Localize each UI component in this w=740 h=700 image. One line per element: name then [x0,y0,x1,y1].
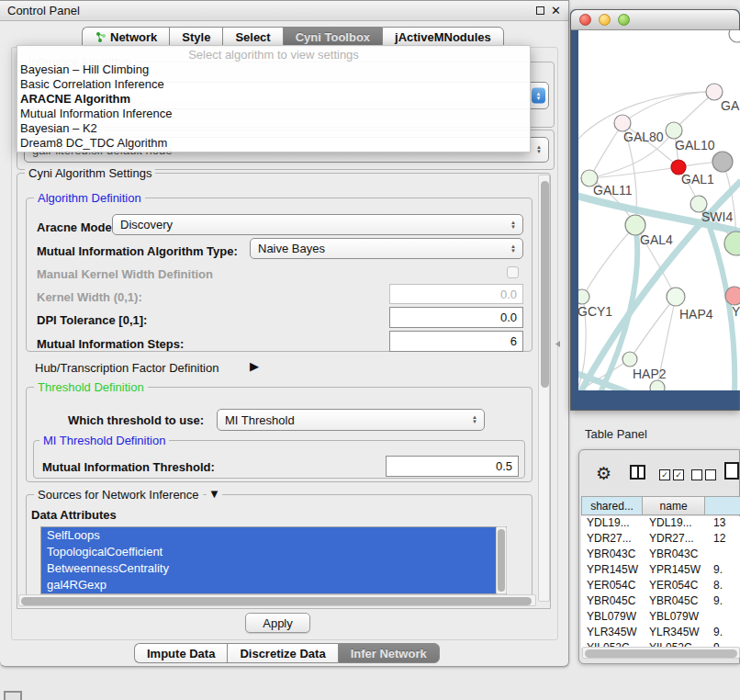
node-label: GAL80 [623,130,664,144]
apply-button[interactable]: Apply [245,613,310,633]
close-traffic-light-icon[interactable] [579,14,591,26]
document-icon[interactable] [724,462,739,480]
mi-steps-field[interactable]: 6 [389,331,523,352]
mi-algorithm-type-combo[interactable]: Naive Bayes ▲▼ [250,238,523,259]
network-node[interactable] [667,288,685,306]
table-horizontal-scrollbar[interactable] [582,647,740,659]
network-node[interactable] [712,152,733,172]
settings-vertical-scrollbar[interactable] [538,175,550,602]
control-panel-window: Control Panel ✕ Network Style [0,0,569,667]
node-label: SWI4 [701,209,733,224]
popup-item[interactable]: Basic Correlation Inference [17,77,530,92]
tab-infer-network[interactable]: Infer Network [338,643,440,663]
table-body: YDL19... YDL19... 13 YDR27... YDR27... 1… [581,516,740,648]
minimized-panel-icon[interactable] [4,691,22,700]
list-scrollbar[interactable] [496,526,507,594]
table-row[interactable]: YDR27... YDR27... 12 [581,532,740,548]
split-columns-icon[interactable] [630,465,645,480]
zoom-traffic-light-icon[interactable] [618,14,630,26]
unchecked-columns-icon[interactable] [691,469,716,480]
expand-arrow-icon[interactable]: ▶ [250,359,259,373]
tab-select[interactable]: Select [222,27,282,47]
network-node[interactable] [622,352,637,367]
table-row[interactable]: YLR345W YLR345W 9. [581,626,740,641]
close-icon[interactable]: ✕ [551,5,561,17]
aracne-mode-combo[interactable]: Discovery ▲▼ [112,214,523,235]
popup-item[interactable]: Bayesian – Hill Climbing [17,62,530,77]
network-view-window: GAL GAL80 GAL10 GAL1 GAL11 SWI4 GAL4 GCY… [570,9,740,411]
node-label: GAL10 [675,138,715,152]
mi-threshold-field[interactable]: 0.5 [386,456,519,477]
tab-network[interactable]: Network [82,27,169,47]
list-item[interactable]: BetweennessCentrality [41,560,506,577]
tab-style[interactable]: Style [169,27,222,47]
list-item[interactable]: SelfLoops [41,527,506,544]
tab-impute-data[interactable]: Impute Data [134,643,227,663]
node-label: GAL [721,98,740,113]
tab-jactivemnodules-label: jActiveMNodules [395,30,491,44]
manual-kernel-width-checkbox[interactable] [507,266,519,278]
network-node[interactable] [729,30,740,42]
algorithm-definition-legend: Algorithm Definition [34,191,145,205]
popup-item[interactable]: Bayesian – K2 [17,121,530,136]
checked-columns-icon[interactable]: ✓✓ [659,469,684,480]
table-row[interactable]: YBR043C YBR043C [581,548,740,563]
network-canvas[interactable]: GAL GAL80 GAL10 GAL1 GAL11 SWI4 GAL4 GCY… [578,30,740,390]
table-row[interactable]: YDL19... YDL19... 13 [581,516,740,532]
which-threshold-value: MI Threshold [225,413,295,427]
tab-select-label: Select [235,30,270,44]
dpi-tolerance-value: 0.0 [500,310,517,324]
which-threshold-combo[interactable]: MI Threshold ▲▼ [217,409,485,431]
data-attributes-list: SelfLoops TopologicalCoefficient Between… [40,526,507,594]
collapse-arrow-icon[interactable]: ▼ [207,487,222,501]
node-label: GCY1 [578,304,612,319]
which-threshold-label: Which threshold to use: [68,413,204,427]
node-label: GAL11 [593,183,633,198]
tab-jactivemnodules[interactable]: jActiveMNodules [382,27,504,47]
combo-stepper-icon: ▲▼ [536,145,542,154]
mi-threshold-value: 0.5 [496,459,512,473]
control-panel-titlebar[interactable]: Control Panel ✕ [0,1,568,21]
dpi-tolerance-field[interactable]: 0.0 [389,307,523,328]
kernel-width-field[interactable]: 0.0 [389,284,523,304]
table-panel-title: Table Panel [585,427,647,441]
mi-algorithm-type-value: Naive Bayes [258,242,325,255]
table-row[interactable]: YBR045C YBR045C 9. [581,594,740,610]
tab-discretize-data[interactable]: Discretize Data [227,643,337,663]
aracne-mode-label: Aracne Mode: [37,220,116,234]
tab-impute-data-label: Impute Data [147,647,215,660]
control-panel-title: Control Panel [7,4,80,17]
network-graph: GAL GAL80 GAL10 GAL1 GAL11 SWI4 GAL4 GCY… [578,30,740,390]
network-node[interactable] [650,380,665,390]
list-item[interactable]: TopologicalCoefficient [41,544,506,560]
network-node[interactable] [724,231,740,255]
manual-kernel-width-label: Manual Kernel Width Definition [37,267,213,281]
settings-horizontal-scrollbar[interactable] [18,594,536,606]
cyni-settings-legend: Cyni Algorithm Settings [25,166,155,180]
network-node[interactable] [725,287,740,305]
network-node[interactable] [666,122,682,139]
column-header-partial[interactable] [705,497,740,514]
popup-item-selected[interactable]: ARACNE Algorithm [17,92,530,107]
column-header-name[interactable]: name [643,497,705,514]
tab-cyni-toolbox[interactable]: Cyni Toolbox [283,27,382,47]
algorithm-dropdown-popup: Select algorithm to view settings Bayesi… [17,45,531,152]
table-row[interactable]: YPR145W YPR145W 9. [581,563,740,579]
gear-icon[interactable]: ⚙ [596,463,611,484]
list-item[interactable]: gal4RGexp [41,577,506,593]
popup-item[interactable]: Dream8 DC_TDC Algorithm [17,136,530,151]
network-icon [95,31,107,43]
threshold-definition-legend: Threshold Definition [34,380,148,394]
network-window-titlebar[interactable] [571,10,739,30]
network-node[interactable] [578,289,589,304]
column-header-shared-name[interactable]: shared... [582,497,643,514]
popup-prompt: Select algorithm to view settings [17,48,530,62]
hub-section-label[interactable]: Hub/Transcription Factor Definition [35,361,219,375]
table-row[interactable]: YER054C YER054C 8. [581,579,740,594]
node-label: HAP4 [679,307,713,322]
popup-item[interactable]: Mutual Information Inference [17,107,530,121]
float-window-icon[interactable] [536,6,544,15]
tab-style-label: Style [182,30,210,44]
table-row[interactable]: YBL079W YBL079W [581,610,740,626]
minimize-traffic-light-icon[interactable] [599,14,611,26]
